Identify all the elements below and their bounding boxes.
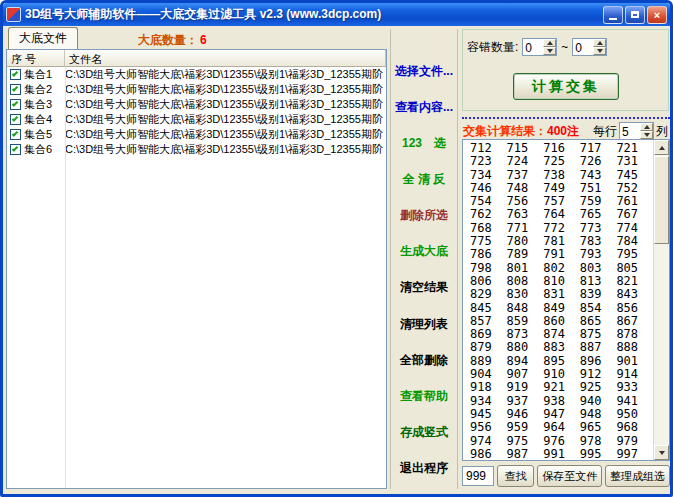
result-number: 965: [580, 421, 617, 434]
result-number: 856: [616, 302, 653, 315]
per-row-prefix: 每行: [593, 123, 617, 140]
result-number: 801: [507, 262, 544, 275]
result-number: 795: [616, 248, 653, 261]
table-row[interactable]: 集合4C:\3D组号大师智能大底\福彩3D\12355\级别1\福彩3D_123…: [7, 112, 386, 127]
result-number: 940: [580, 395, 617, 408]
organize-group-button[interactable]: 整理成组选: [605, 465, 670, 487]
result-number: 831: [543, 288, 580, 301]
dadi-count-label: 大底数量：: [138, 33, 198, 47]
result-number: 738: [543, 169, 580, 182]
result-number: 839: [580, 288, 617, 301]
tab-dadi-files[interactable]: 大底文件: [8, 27, 78, 49]
column-header-filename[interactable]: 文件名: [65, 50, 386, 67]
find-button[interactable]: 查找: [497, 465, 534, 487]
title-bar[interactable]: 3D组号大师辅助软件——大底交集过滤工具 v2.3 (www.3dcp.com)…: [3, 3, 670, 26]
result-number: 986: [470, 448, 507, 460]
clean-list-button[interactable]: 清理列表: [400, 316, 448, 333]
generate-dadi-button[interactable]: 生成大底: [400, 243, 448, 260]
column-divider: [65, 67, 66, 488]
scroll-up-icon[interactable]: [654, 140, 669, 155]
quick-select-123-button[interactable]: 123 选: [402, 135, 446, 152]
table-row[interactable]: 集合6C:\3D组号大师智能大底\福彩3D\12355\级别1\福彩3D_123…: [7, 142, 386, 157]
file-table-body: 集合1C:\3D组号大师智能大底\福彩3D\12355\级别1\福彩3D_123…: [7, 67, 386, 157]
per-row-up-icon[interactable]: [640, 123, 653, 131]
clear-results-button[interactable]: 清空结果: [400, 279, 448, 296]
table-row[interactable]: 集合3C:\3D组号大师智能大底\福彩3D\12355\级别1\福彩3D_123…: [7, 97, 386, 112]
calc-intersection-button[interactable]: 计算交集: [513, 73, 619, 100]
result-number: 941: [616, 395, 653, 408]
result-number: 724: [507, 155, 544, 168]
close-button[interactable]: ×: [647, 6, 667, 24]
all-clear-invert-button[interactable]: 全 清 反: [403, 171, 446, 188]
row-checkbox[interactable]: [10, 99, 21, 110]
select-files-button[interactable]: 选择文件...: [395, 63, 453, 80]
result-number: 802: [543, 262, 580, 275]
result-number: 748: [507, 182, 544, 195]
result-numbers-grid: 7127157167177217237247257267317347377387…: [463, 140, 653, 460]
result-number: 786: [470, 248, 507, 261]
tolerance-min-down-icon[interactable]: [543, 47, 556, 55]
table-row[interactable]: 集合2C:\3D组号大师智能大底\福彩3D\12355\级别1\福彩3D_123…: [7, 82, 386, 97]
result-number: 743: [580, 169, 617, 182]
result-number: 883: [543, 341, 580, 354]
result-number: 745: [616, 169, 653, 182]
save-vertical-button[interactable]: 存成竖式: [400, 424, 448, 441]
result-number: 849: [543, 302, 580, 315]
result-number: 894: [507, 355, 544, 368]
view-content-button[interactable]: 查看内容...: [395, 99, 453, 116]
result-number: 934: [470, 395, 507, 408]
row-file-path: C:\3D组号大师智能大底\福彩3D\12355\级别1\福彩3D_12355期…: [65, 112, 386, 127]
exit-button[interactable]: 退出程序: [400, 460, 448, 477]
tolerance-max-up-icon[interactable]: [593, 39, 606, 47]
result-number: 956: [470, 421, 507, 434]
result-count: 400注: [547, 123, 579, 140]
delete-selected-button[interactable]: 删除所选: [400, 207, 448, 224]
result-number: 919: [507, 381, 544, 394]
result-number: 813: [580, 275, 617, 288]
result-number: 914: [616, 368, 653, 381]
row-checkbox[interactable]: [10, 69, 21, 80]
scroll-down-icon[interactable]: [654, 445, 669, 460]
tolerance-min-up-icon[interactable]: [543, 39, 556, 47]
scroll-thumb[interactable]: [654, 156, 669, 244]
row-checkbox[interactable]: [10, 144, 21, 155]
result-number: 895: [543, 355, 580, 368]
maximize-button[interactable]: [625, 6, 645, 24]
tolerance-min-spinner[interactable]: 0: [522, 38, 557, 56]
action-column: 选择文件...查看内容...123 选全 清 反删除所选生成大底清空结果清理列表…: [390, 29, 458, 489]
view-help-button[interactable]: 查看帮助: [400, 388, 448, 405]
column-header-index[interactable]: 序 号: [7, 50, 65, 67]
result-number: 715: [507, 142, 544, 155]
per-row-value[interactable]: 5: [620, 123, 640, 139]
result-number: 721: [616, 142, 653, 155]
result-number: 859: [507, 315, 544, 328]
per-row-down-icon[interactable]: [640, 131, 653, 139]
result-scrollbar[interactable]: [653, 140, 669, 460]
per-row-spinner[interactable]: 5: [619, 122, 654, 140]
result-number: 756: [507, 195, 544, 208]
delete-all-button[interactable]: 全部删除: [400, 352, 448, 369]
result-number: 768: [470, 222, 507, 235]
row-set-name: 集合6: [24, 142, 52, 157]
row-checkbox[interactable]: [10, 114, 21, 125]
result-number: 821: [616, 275, 653, 288]
row-checkbox[interactable]: [10, 129, 21, 140]
table-row[interactable]: 集合1C:\3D组号大师智能大底\福彩3D\12355\级别1\福彩3D_123…: [7, 67, 386, 82]
result-number: 901: [616, 355, 653, 368]
table-row[interactable]: 集合5C:\3D组号大师智能大底\福彩3D\12355\级别1\福彩3D_123…: [7, 127, 386, 142]
result-number: 829: [470, 288, 507, 301]
tolerance-max-value[interactable]: 0: [573, 39, 593, 55]
row-checkbox[interactable]: [10, 84, 21, 95]
tolerance-max-down-icon[interactable]: [593, 47, 606, 55]
result-number: 948: [580, 408, 617, 421]
result-number: 904: [470, 368, 507, 381]
tolerance-max-spinner[interactable]: 0: [572, 38, 607, 56]
result-number: 880: [507, 341, 544, 354]
tolerance-min-value[interactable]: 0: [523, 39, 543, 55]
result-number: 716: [543, 142, 580, 155]
find-input[interactable]: [462, 466, 494, 486]
save-to-file-button[interactable]: 保存至文件: [537, 465, 602, 487]
result-list[interactable]: 7127157167177217237247257267317347377387…: [462, 139, 670, 461]
window-title: 3D组号大师辅助软件——大底交集过滤工具 v2.3 (www.3dcp.com): [25, 6, 599, 23]
minimize-button[interactable]: [603, 6, 623, 24]
